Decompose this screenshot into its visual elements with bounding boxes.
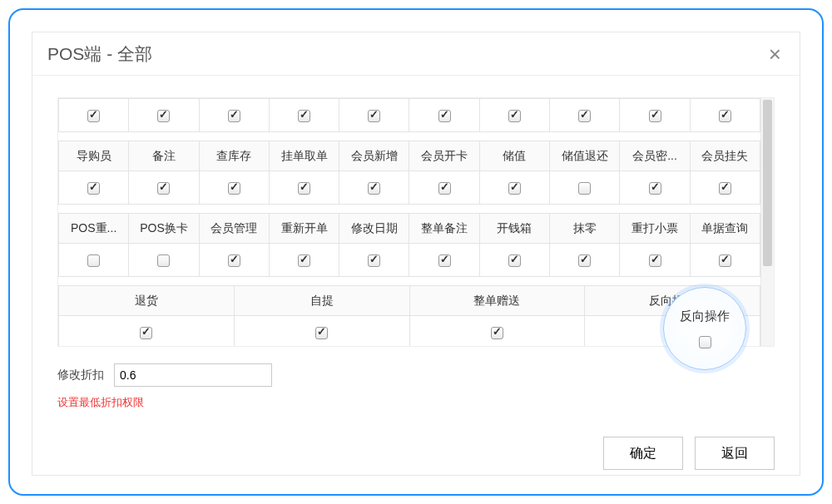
group2-cell [479,171,549,205]
group3-cell [199,244,269,277]
group2-cell [129,171,199,205]
group3-header: 整单备注 [409,214,479,244]
group2-header: 挂单取单 [269,141,339,171]
group3-checkbox-5[interactable] [438,254,451,267]
group1-checkbox-2[interactable] [228,110,240,122]
callout-label: 反向操作 [680,309,730,324]
group2-checkbox-3[interactable] [298,182,310,195]
group2-checkbox-6[interactable] [508,182,521,195]
group1-checkbox-9[interactable] [719,110,731,122]
group2-checkbox-7[interactable] [578,182,591,195]
group2-header: 会员挂失 [690,141,760,171]
group2-checkbox-2[interactable] [228,182,240,195]
group2-cell [409,171,479,205]
group1-cell [690,99,760,132]
ok-button[interactable]: 确定 [603,437,683,470]
group1-checkbox-7[interactable] [578,110,591,122]
group2-header: 查库存 [199,141,269,171]
callout-reverse-op: 反向操作 [663,287,746,370]
group3-header: 抹零 [550,214,620,244]
scrollbar-thumb[interactable] [763,100,772,266]
group2-cell [59,171,129,205]
group1-cell [59,99,129,132]
group3-cell [620,244,690,277]
group3-checkbox-1[interactable] [157,254,170,267]
group1-checkbox-5[interactable] [438,110,451,122]
group3-cell [129,244,199,277]
group1-cell [269,99,339,132]
discount-hint: 设置最低折扣权限 [57,395,775,410]
discount-label: 修改折扣 [57,368,104,383]
group3-checkbox-2[interactable] [228,254,240,267]
group2-header: 导购员 [59,141,129,171]
dialog-title: POS端 - 全部 [47,42,152,66]
scrollbar[interactable] [760,98,774,346]
group1-cell [129,99,199,132]
group4-cell [59,316,235,347]
group3-checkbox-3[interactable] [298,254,310,267]
group2-checkbox-1[interactable] [157,182,170,195]
group3-header: 会员管理 [199,214,269,244]
group2-checkbox-9[interactable] [719,182,731,195]
group1-cell [199,99,269,132]
group2-header: 会员新增 [339,141,409,171]
group3-cell [59,244,129,277]
group4-checkbox-0[interactable] [140,327,152,339]
group1-cell [620,99,690,132]
group3-checkbox-0[interactable] [87,254,100,267]
group-1 [58,98,760,132]
group2-header: 储值退还 [550,141,620,171]
group1-cell [550,99,620,132]
group3-cell [409,244,479,277]
group-3: POS重...POS换卡会员管理重新开单修改日期整单备注开钱箱抹零重打小票单据查… [58,213,760,277]
group3-cell [269,244,339,277]
group1-checkbox-3[interactable] [298,110,310,122]
group4-header: 整单赠送 [409,286,585,316]
group1-cell [339,99,409,132]
callout-checkbox[interactable] [699,336,711,348]
group2-cell [339,171,409,205]
group2-cell [199,171,269,205]
group3-checkbox-6[interactable] [508,254,521,267]
discount-input[interactable] [114,363,272,387]
group3-checkbox-4[interactable] [368,254,380,267]
group3-cell [690,244,760,277]
group2-checkbox-4[interactable] [368,182,380,195]
group3-cell [479,244,549,277]
group3-checkbox-9[interactable] [719,254,731,267]
group2-cell [269,171,339,205]
discount-row: 修改折扣 [57,363,775,387]
group3-header: 修改日期 [339,214,409,244]
close-icon[interactable]: × [765,43,785,65]
group4-header: 自提 [234,286,409,316]
group1-checkbox-1[interactable] [157,110,170,122]
group1-checkbox-8[interactable] [649,110,661,122]
group-4: 退货自提整单赠送反向操作 [58,285,760,346]
group3-cell [339,244,409,277]
dialog-body: 导购员备注查库存挂单取单会员新增会员开卡储值储值退还会员密...会员挂失 POS… [32,76,800,475]
group1-checkbox-6[interactable] [508,110,521,122]
group2-cell [620,171,690,205]
group4-checkbox-1[interactable] [315,327,328,339]
group2-cell [690,171,760,205]
group4-checkbox-2[interactable] [491,327,503,339]
dialog-header: POS端 - 全部 × [32,32,800,76]
group2-header: 储值 [479,141,549,171]
group3-checkbox-7[interactable] [578,254,591,267]
group3-header: 单据查询 [690,214,760,244]
group2-header: 会员密... [620,141,690,171]
group2-checkbox-8[interactable] [649,182,661,195]
group1-checkbox-4[interactable] [368,110,380,122]
group-2: 导购员备注查库存挂单取单会员新增会员开卡储值储值退还会员密...会员挂失 [58,141,760,205]
group1-cell [479,99,549,132]
group2-checkbox-5[interactable] [438,182,451,195]
group3-checkbox-8[interactable] [649,254,661,267]
back-button[interactable]: 返回 [695,437,775,470]
group1-checkbox-0[interactable] [87,110,100,122]
group3-cell [550,244,620,277]
group4-header: 退货 [59,286,235,316]
group3-header: 开钱箱 [479,214,549,244]
group4-cell [409,316,585,347]
group3-header: POS换卡 [129,214,199,244]
group2-checkbox-0[interactable] [87,182,100,195]
